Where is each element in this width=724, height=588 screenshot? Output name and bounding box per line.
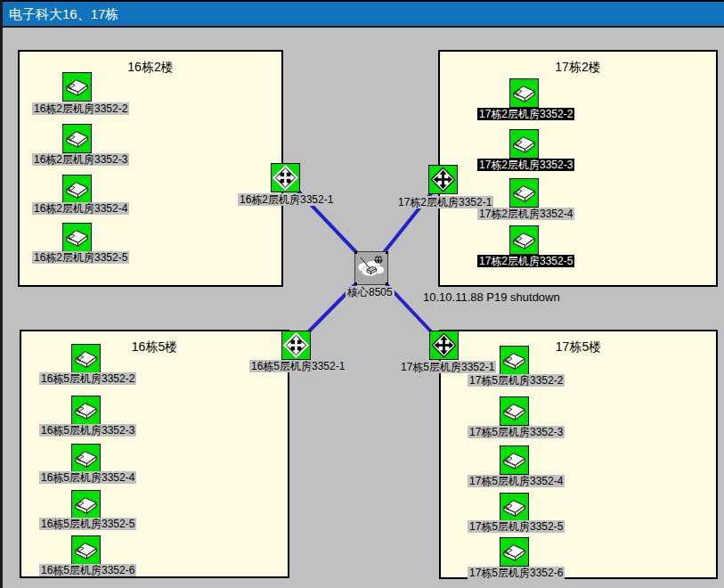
switch-label[interactable]: 16栋2层机房3352-4	[32, 202, 129, 215]
switch-label[interactable]: 17栋2层机房3352-4	[477, 208, 574, 220]
switch-icon	[500, 446, 528, 474]
network-map-window: 电子科大16、17栋 16栋2楼 17栋2楼 16栋5楼 17栋5楼 16栋2层…	[0, 0, 724, 588]
switch-node[interactable]	[509, 78, 539, 108]
switch-label[interactable]: 16栋2层机房3352-5	[32, 251, 129, 264]
switch-label[interactable]: 16栋5层机房3352-2	[39, 372, 136, 385]
switch-node[interactable]	[62, 72, 92, 102]
switch-node[interactable]	[509, 129, 539, 159]
switch-node[interactable]	[62, 124, 92, 153]
switch-label[interactable]: 17栋5层机房3352-2	[468, 374, 565, 387]
switch-icon	[510, 130, 538, 158]
switch-icon	[72, 445, 100, 472]
router-label[interactable]: 17栋2层机房3352-1	[396, 196, 493, 208]
switch-label[interactable]: 17栋2层机房3352-5	[477, 255, 574, 267]
core-switch-node[interactable]	[354, 251, 388, 285]
switch-node[interactable]	[500, 537, 529, 567]
router-icon	[282, 331, 310, 359]
switch-node[interactable]	[62, 223, 92, 252]
switch-label[interactable]: 16栋2层机房3352-2	[32, 102, 129, 115]
switch-label[interactable]: 17栋5层机房3352-3	[468, 426, 565, 438]
core-switch-label[interactable]: 核心8505	[346, 286, 395, 298]
shutdown-annotation: 10.10.11.88 P19 shutdown	[423, 290, 560, 304]
router-icon	[272, 164, 299, 192]
switch-icon	[72, 536, 100, 564]
switch-icon	[72, 345, 100, 372]
switch-label[interactable]: 16栋5层机房3352-3	[39, 424, 136, 437]
switch-label[interactable]: 16栋5层机房3352-6	[39, 564, 136, 576]
switch-icon	[63, 176, 91, 203]
window-title: 电子科大16、17栋	[9, 6, 118, 23]
switch-icon	[63, 73, 91, 101]
switch-label[interactable]: 17栋5层机房3352-6	[468, 567, 565, 579]
switch-node[interactable]	[62, 175, 92, 204]
switch-node[interactable]	[71, 490, 101, 519]
router-label[interactable]: 16栋2层机房3352-1	[238, 193, 335, 206]
router-label[interactable]: 17栋5层机房3352-1	[399, 361, 496, 373]
switch-icon	[510, 179, 538, 207]
switch-node[interactable]	[500, 396, 529, 426]
switch-label[interactable]: 17栋5层机房3352-5	[468, 520, 565, 533]
switch-icon	[72, 396, 100, 424]
router-icon	[429, 166, 457, 193]
switch-icon	[63, 224, 91, 251]
router-label[interactable]: 16栋5层机房3352-1	[249, 360, 346, 372]
switch-node[interactable]	[500, 346, 529, 375]
router-node[interactable]	[429, 331, 459, 360]
switch-node[interactable]	[500, 493, 529, 522]
router-node[interactable]	[428, 165, 458, 194]
cloud-core-icon	[354, 251, 388, 285]
switch-node[interactable]	[71, 535, 101, 565]
switch-icon	[510, 226, 538, 254]
switch-node[interactable]	[71, 344, 101, 373]
switch-label[interactable]: 16栋2层机房3352-3	[32, 153, 129, 166]
router-node[interactable]	[281, 331, 311, 360]
window-left-border	[0, 0, 3, 588]
switch-icon	[510, 79, 538, 107]
window-title-bar: 电子科大16、17栋	[0, 0, 724, 28]
switch-node[interactable]	[509, 225, 539, 255]
router-icon	[430, 331, 458, 359]
router-node[interactable]	[271, 163, 300, 192]
switch-icon	[72, 491, 100, 519]
switch-icon	[500, 494, 528, 521]
switch-node[interactable]	[509, 178, 539, 208]
switch-icon	[500, 538, 528, 566]
switch-label[interactable]: 16栋5层机房3352-4	[39, 471, 136, 484]
switch-node[interactable]	[71, 396, 101, 425]
switch-icon	[63, 125, 91, 152]
switch-node[interactable]	[71, 444, 101, 473]
switch-label[interactable]: 17栋2层机房3352-2	[477, 108, 574, 120]
switch-label[interactable]: 17栋5层机房3352-4	[468, 475, 565, 487]
switch-node[interactable]	[500, 445, 529, 475]
switch-label[interactable]: 17栋2层机房3352-3	[477, 159, 574, 171]
switch-icon	[500, 397, 528, 425]
switch-icon	[500, 347, 528, 374]
switch-label[interactable]: 16栋5层机房3352-5	[39, 518, 136, 530]
